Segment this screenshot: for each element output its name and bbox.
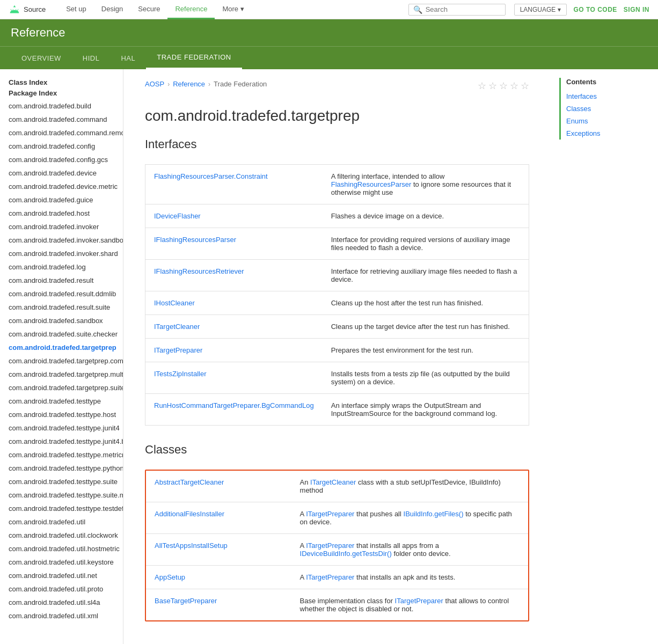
sidebar-link-1[interactable]: com.android.tradefed.command (0, 113, 123, 126)
language-button[interactable]: LANGUAGE ▾ (514, 4, 567, 16)
interfaces-table-row: ITargetPreparerPrepares the test environ… (145, 339, 529, 362)
sidebar-link-27[interactable]: com.android.tradefed.testtype.python (0, 462, 123, 475)
sidebar-link-11[interactable]: com.android.tradefed.invoker.shard (0, 247, 123, 260)
sidebar-link-36[interactable]: com.android.tradefed.util.proto (0, 582, 123, 596)
sidebar-link-15[interactable]: com.android.tradefed.result.suite (0, 301, 123, 314)
sidebar-link-2[interactable]: com.android.tradefed.command.remote (0, 126, 123, 140)
class-desc-link-1[interactable]: IBuildInfo.getFiles() (404, 510, 464, 518)
sidebar-link-19[interactable]: com.android.tradefed.targetprep.companio… (0, 354, 123, 368)
star-1[interactable]: ☆ (478, 80, 486, 92)
right-toc-link-0[interactable]: Interfaces (566, 90, 647, 103)
sidebar-link-8[interactable]: com.android.tradefed.host (0, 207, 123, 220)
interface-link-6[interactable]: ITargetPreparer (154, 346, 202, 354)
sidebar-link-18[interactable]: com.android.tradefed.targetprep (0, 341, 123, 354)
interface-desc-link-0[interactable]: FlashingResourcesParser (331, 180, 412, 188)
sidebar-link-25[interactable]: com.android.tradefed.testtype.junit4.bui… (0, 435, 123, 448)
sidebar-link-9[interactable]: com.android.tradefed.invoker (0, 220, 123, 233)
sidebar-link-3[interactable]: com.android.tradefed.config (0, 140, 123, 153)
breadcrumb-aosp[interactable]: AOSP (145, 80, 164, 88)
subnav-overview[interactable]: OVERVIEW (11, 48, 72, 69)
sidebar-link-13[interactable]: com.android.tradefed.result (0, 274, 123, 287)
sidebar-link-12[interactable]: com.android.tradefed.log (0, 260, 123, 274)
star-3[interactable]: ☆ (499, 80, 508, 92)
sidebar-link-16[interactable]: com.android.tradefed.sandbox (0, 314, 123, 327)
sidebar-link-30[interactable]: com.android.tradefed.testtype.testdefs (0, 502, 123, 515)
sidebar-link-22[interactable]: com.android.tradefed.testtype (0, 394, 123, 408)
nav-reference[interactable]: Reference (167, 0, 215, 19)
interface-link-7[interactable]: ITestsZipInstaller (154, 370, 207, 378)
sidebar-link-23[interactable]: com.android.tradefed.testtype.host (0, 408, 123, 421)
sidebar-link-37[interactable]: com.android.tradefed.util.sl4a (0, 596, 123, 609)
sidebar-link-31[interactable]: com.android.tradefed.util (0, 515, 123, 529)
search-icon: 🔍 (413, 5, 422, 14)
star-2[interactable]: ☆ (488, 80, 497, 92)
search-area[interactable]: 🔍 (408, 4, 506, 16)
sidebar-link-32[interactable]: com.android.tradefed.util.clockwork (0, 529, 123, 542)
interface-link-0[interactable]: FlashingResourcesParser.Constraint (154, 172, 268, 180)
sidebar-link-14[interactable]: com.android.tradefed.result.ddmlib (0, 287, 123, 301)
sidebar-link-28[interactable]: com.android.tradefed.testtype.suite (0, 475, 123, 488)
subnav-hidl[interactable]: HIDL (72, 48, 111, 69)
sidebar-link-34[interactable]: com.android.tradefed.util.keystore (0, 555, 123, 569)
right-toc-link-3[interactable]: Exceptions (566, 127, 647, 140)
sidebar-link-17[interactable]: com.android.tradefed.suite.checker (0, 327, 123, 341)
sidebar-package-index-header: Package Index (0, 86, 65, 100)
class-desc-link-0[interactable]: ITargetCleaner (310, 478, 356, 486)
class-desc-link-3[interactable]: ITargetPreparer (306, 573, 354, 581)
sidebar-link-26[interactable]: com.android.tradefed.testtype.metricregr… (0, 448, 123, 462)
star-5[interactable]: ☆ (521, 80, 529, 92)
sidebar-link-35[interactable]: com.android.tradefed.util.net (0, 569, 123, 582)
right-toc-title: Contents (566, 78, 647, 86)
search-input[interactable] (426, 5, 501, 13)
right-toc-link-2[interactable]: Enums (566, 115, 647, 127)
sub-navigation: OVERVIEW HIDL HAL TRADE FEDERATION (0, 46, 658, 69)
interface-link-2[interactable]: IFlashingResourcesParser (154, 236, 236, 244)
sidebar-link-5[interactable]: com.android.tradefed.device (0, 166, 123, 180)
sidebar-link-38[interactable]: com.android.tradefed.util.xml (0, 609, 123, 623)
sidebar-link-4[interactable]: com.android.tradefed.config.gcs (0, 153, 123, 166)
class-link-2[interactable]: AllTestAppsInstallSetup (155, 541, 228, 550)
sidebar-link-29[interactable]: com.android.tradefed.testtype.suite.modu… (0, 488, 123, 502)
nav-design[interactable]: Design (94, 0, 130, 19)
interface-link-8[interactable]: RunHostCommandTargetPreparer.BgCommandLo… (154, 401, 314, 409)
class-desc-link-1[interactable]: ITargetPreparer (306, 510, 354, 518)
interface-desc-4: Cleans up the host after the test run ha… (323, 291, 529, 315)
interface-link-1[interactable]: IDeviceFlasher (154, 212, 201, 220)
sidebar-link-7[interactable]: com.android.tradefed.guice (0, 193, 123, 207)
nav-more[interactable]: More ▾ (215, 0, 252, 19)
sidebar-link-20[interactable]: com.android.tradefed.targetprep.multi (0, 368, 123, 381)
sidebar-link-33[interactable]: com.android.tradefed.util.hostmetric (0, 542, 123, 555)
class-link-0[interactable]: AbstractTargetCleaner (155, 478, 224, 486)
sign-in-button[interactable]: SIGN IN (624, 6, 649, 13)
sidebar-link-0[interactable]: com.android.tradefed.build (0, 99, 123, 113)
breadcrumb-reference[interactable]: Reference (173, 80, 205, 88)
sidebar-class-index-section: Class Index (0, 78, 123, 86)
page-header-row: AOSP › Reference › Trade Federation ☆ ☆ … (145, 80, 529, 97)
subnav-trade-federation[interactable]: TRADE FEDERATION (146, 47, 242, 69)
class-desc-link-4[interactable]: ITargetPreparer (395, 597, 443, 605)
interface-link-4[interactable]: IHostCleaner (154, 299, 195, 307)
interface-link-5[interactable]: ITargetCleaner (154, 323, 200, 331)
sidebar-link-21[interactable]: com.android.tradefed.targetprep.suite (0, 381, 123, 394)
right-toc-link-1[interactable]: Classes (566, 103, 647, 115)
nav-secure[interactable]: Secure (130, 0, 167, 19)
android-logo-icon (9, 4, 20, 16)
class-link-1[interactable]: AdditionalFilesInstaller (155, 510, 224, 518)
sidebar-links: com.android.tradefed.buildcom.android.tr… (0, 99, 123, 623)
breadcrumb: AOSP › Reference › Trade Federation (145, 80, 267, 88)
class-desc-link-2[interactable]: ITargetPreparer (306, 541, 354, 550)
star-4[interactable]: ☆ (510, 80, 518, 92)
subnav-hal[interactable]: HAL (110, 48, 146, 69)
reference-banner: Reference (0, 19, 658, 46)
sidebar-link-24[interactable]: com.android.tradefed.testtype.junit4 (0, 421, 123, 435)
go-to-code-button[interactable]: GO TO CODE (573, 6, 617, 13)
class-link-3[interactable]: AppSetup (155, 573, 185, 581)
class-link-4[interactable]: BaseTargetPreparer (155, 597, 217, 605)
interface-link-3[interactable]: IFlashingResourcesRetriever (154, 267, 244, 275)
logo[interactable]: Source (9, 4, 46, 16)
sidebar-link-10[interactable]: com.android.tradefed.invoker.sandbox (0, 233, 123, 247)
sidebar-link-6[interactable]: com.android.tradefed.device.metric (0, 180, 123, 193)
class-desc-link-2[interactable]: IDeviceBuildInfo.getTestsDir() (300, 550, 392, 558)
interface-desc-1: Flashes a device image on a device. (323, 204, 529, 228)
nav-setup[interactable]: Set up (59, 0, 94, 19)
